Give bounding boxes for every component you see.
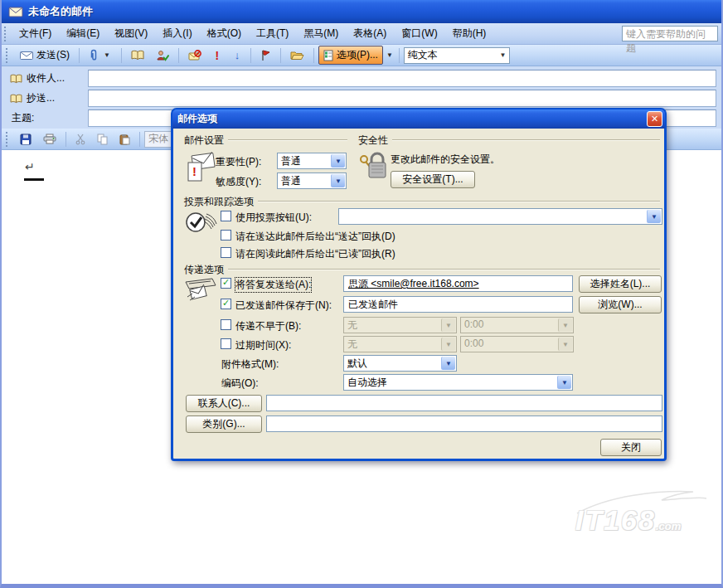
- copy-button[interactable]: [92, 131, 113, 148]
- select-names-button[interactable]: 选择姓名(L)...: [579, 275, 662, 293]
- reply-to-checkbox[interactable]: ✓: [221, 278, 231, 289]
- dropdown-icon[interactable]: ▼: [331, 154, 345, 168]
- dialog-title: 邮件选项: [177, 112, 217, 126]
- dropdown-icon[interactable]: ▼: [557, 376, 571, 389]
- message-settings-icon: !: [186, 151, 216, 184]
- sensitivity-combobox[interactable]: 普通 ▼: [277, 173, 347, 189]
- help-question-input[interactable]: 键入需要帮助的问题: [622, 26, 718, 41]
- menu-insert[interactable]: 插入(I): [155, 24, 199, 43]
- message-format-combobox[interactable]: 纯文本 ▼: [404, 47, 510, 64]
- toolbar-drag-handle[interactable]: [6, 132, 11, 147]
- attach-dropdown-icon[interactable]: ▼: [102, 51, 112, 59]
- encoding-value: 自动选择: [344, 375, 556, 390]
- cut-button[interactable]: [70, 131, 90, 148]
- defer-time-value: 0:00: [461, 318, 557, 333]
- menu-heima[interactable]: 黑马(M): [296, 24, 346, 43]
- save-folder-button[interactable]: [285, 47, 309, 63]
- expires-checkbox[interactable]: [221, 338, 231, 349]
- defer-date-value: 无: [344, 318, 440, 333]
- contacts-field[interactable]: [266, 395, 662, 411]
- importance-low-icon: ↓: [233, 49, 241, 61]
- toolbar-drag-handle[interactable]: [6, 48, 11, 63]
- cc-input[interactable]: [88, 90, 716, 107]
- expires-date-combobox: 无 ▼: [343, 336, 457, 352]
- options-label: 选项(P)...: [337, 48, 378, 62]
- save-sent-field[interactable]: 已发送邮件: [343, 296, 573, 313]
- menu-table[interactable]: 表格(A): [346, 24, 394, 43]
- defer-delivery-checkbox[interactable]: [221, 319, 231, 330]
- menu-file[interactable]: 文件(F): [12, 24, 59, 43]
- cc-button[interactable]: 抄送...: [7, 90, 88, 107]
- dropdown-icon[interactable]: ▼: [441, 357, 455, 370]
- save-sent-label: 已发送邮件保存于(N):: [235, 299, 332, 313]
- menu-tools[interactable]: 工具(T): [249, 24, 296, 43]
- attach-file-button[interactable]: ▼: [84, 46, 117, 65]
- address-book-icon: [10, 74, 22, 84]
- to-button[interactable]: 收件人...: [7, 70, 88, 87]
- send-button[interactable]: 发送(S): [15, 46, 75, 65]
- watermark: IT168.com: [569, 488, 710, 538]
- sensitivity-value: 普通: [278, 173, 330, 188]
- menu-window[interactable]: 窗口(W): [394, 24, 444, 43]
- group-delivery-options: 传递选项: [184, 264, 660, 275]
- options-dropdown-icon[interactable]: ▼: [385, 51, 395, 59]
- dropdown-icon[interactable]: ▼: [331, 174, 345, 187]
- follow-up-flag-button[interactable]: [255, 47, 276, 64]
- save-button[interactable]: [15, 131, 36, 148]
- dialog-close-action-button[interactable]: 关闭: [600, 439, 662, 456]
- print-icon: [43, 134, 56, 144]
- dialog-title-bar[interactable]: 邮件选项 ✕: [172, 109, 665, 129]
- menu-edit[interactable]: 编辑(E): [59, 24, 107, 43]
- to-button-label: 收件人...: [27, 71, 65, 85]
- contacts-button[interactable]: 联系人(C)...: [186, 395, 262, 412]
- encoding-combobox[interactable]: 自动选择 ▼: [343, 374, 573, 391]
- mail-icon: [8, 7, 23, 17]
- toolbar-drag-handle[interactable]: [4, 27, 9, 41]
- paste-icon: [119, 134, 130, 145]
- browse-button[interactable]: 浏览(W)...: [579, 296, 662, 313]
- checkbox-mark: ✓: [222, 299, 230, 308]
- dropdown-icon[interactable]: ▼: [647, 210, 661, 223]
- check-names-icon: [156, 50, 169, 61]
- check-names-button[interactable]: [151, 47, 174, 64]
- print-button[interactable]: [38, 131, 61, 147]
- expires-label: 过期时间(X):: [235, 338, 291, 352]
- dropdown-icon[interactable]: ▼: [497, 51, 509, 59]
- to-input[interactable]: [88, 70, 716, 87]
- dropdown-icon: ▼: [441, 318, 455, 332]
- options-button[interactable]: 选项(P)...: [318, 46, 383, 65]
- importance-low-button[interactable]: ↓: [228, 46, 246, 64]
- categories-field[interactable]: [266, 415, 662, 432]
- delivery-icon: [182, 277, 219, 304]
- title-bar: 未命名的邮件: [2, 0, 721, 23]
- group-voting-tracking: 投票和跟踪选项: [184, 196, 660, 207]
- attachment-format-combobox[interactable]: 默认 ▼: [343, 355, 457, 372]
- save-sent-checkbox[interactable]: ✓: [221, 299, 231, 309]
- categories-button[interactable]: 类别(G)...: [186, 415, 262, 433]
- separator: [313, 48, 314, 63]
- delivery-receipt-checkbox[interactable]: [221, 230, 231, 241]
- send-icon: [20, 51, 33, 61]
- menu-format[interactable]: 格式(O): [200, 24, 249, 43]
- address-book-icon: [10, 94, 22, 104]
- voting-buttons-combobox[interactable]: ▼: [338, 208, 662, 225]
- dialog-close-button[interactable]: ✕: [647, 111, 662, 127]
- menu-view[interactable]: 视图(V): [107, 24, 155, 43]
- paste-button[interactable]: [114, 131, 135, 148]
- importance-combobox[interactable]: 普通 ▼: [277, 153, 347, 169]
- menu-help[interactable]: 帮助(H): [445, 24, 494, 43]
- expires-date-value: 无: [344, 337, 440, 352]
- security-icon: [357, 149, 387, 181]
- text-cursor: [24, 178, 44, 181]
- use-voting-checkbox[interactable]: [221, 211, 231, 221]
- reply-to-field[interactable]: 思源 <smile@free.it168.com>: [343, 275, 573, 292]
- svg-text:!: !: [192, 164, 197, 178]
- no-forward-button[interactable]: [183, 47, 206, 64]
- importance-high-button[interactable]: !: [208, 46, 226, 65]
- attachment-format-label: 附件格式(M):: [221, 357, 279, 372]
- flag-icon: [260, 50, 271, 61]
- dropdown-icon: ▼: [558, 318, 572, 332]
- security-settings-button[interactable]: 安全设置(T)...: [391, 171, 475, 188]
- read-receipt-checkbox[interactable]: [221, 247, 231, 258]
- address-book-button[interactable]: [126, 47, 149, 63]
